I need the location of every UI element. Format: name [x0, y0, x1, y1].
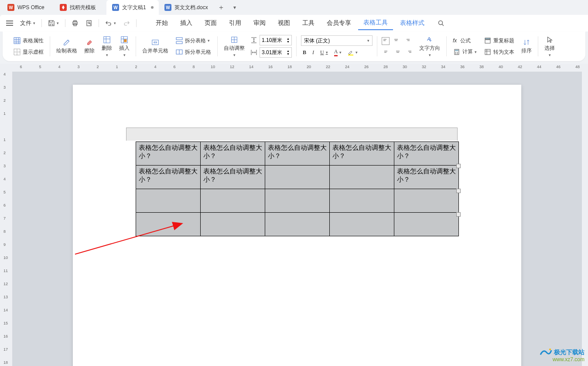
search-button[interactable] [431, 20, 451, 27]
table-cell[interactable]: 表格怎么自动调整大小？ [394, 166, 459, 189]
stepper-up-icon[interactable]: ▲ [287, 37, 290, 40]
document-page[interactable]: 表格怎么自动调整大小？表格怎么自动调整大小？表格怎么自动调整大小？表格怎么自动调… [73, 85, 521, 366]
table-cell[interactable] [330, 189, 394, 213]
merge-cell-button[interactable]: 合并单元格 [140, 38, 170, 55]
horizontal-ruler[interactable]: 6543212468101214161820222426283032343638… [12, 64, 588, 72]
align-mid-center-button[interactable] [393, 48, 403, 55]
table-cell[interactable] [201, 189, 265, 213]
text-direction-button[interactable]: A 文字方向▾ [417, 35, 442, 58]
table-cell[interactable] [265, 189, 330, 213]
to-text-button[interactable]: 转为文本 [482, 47, 516, 57]
menu-start[interactable]: 开始 [150, 17, 173, 30]
select-button[interactable]: 选择 ▾ [543, 35, 557, 58]
col-width-input[interactable]: 3.01厘米▲▼ [260, 47, 292, 58]
document-scroll[interactable]: 表格怎么自动调整大小？表格怎么自动调整大小？表格怎么自动调整大小？表格怎么自动调… [12, 72, 582, 366]
formula-button[interactable]: fx fx 公式公式 [451, 36, 479, 45]
formula-label: fx [453, 38, 457, 44]
stepper-down-icon[interactable]: ▼ [287, 40, 290, 43]
table-cell[interactable] [136, 213, 201, 236]
stepper-down-icon[interactable]: ▼ [287, 52, 290, 55]
save-button[interactable]: ▾ [45, 18, 62, 28]
redo-button[interactable] [120, 18, 133, 28]
align-top-right-button[interactable] [403, 37, 412, 45]
tab-wps-office[interactable]: W WPS Office [2, 0, 54, 15]
menu-table-tools[interactable]: 表格工具 [358, 16, 393, 30]
delete-button[interactable]: 删除▾ [100, 35, 114, 58]
insert-icon [120, 36, 128, 44]
auto-adjust-label: 自动调整 [224, 45, 245, 52]
stepper-up-icon[interactable]: ▲ [287, 49, 290, 52]
tab-doc1[interactable]: W 文字文稿1 [106, 0, 159, 15]
table-cell[interactable]: 表格怎么自动调整大小？ [394, 142, 459, 166]
selection-handle[interactable] [456, 189, 461, 193]
row-height-icon [250, 36, 258, 44]
align-mid-left-button[interactable] [382, 48, 391, 55]
table-cell[interactable]: 表格怎么自动调整大小？ [330, 142, 394, 166]
table-cell[interactable] [394, 213, 459, 236]
table-cell[interactable] [265, 166, 330, 189]
menu-table-style[interactable]: 表格样式 [395, 17, 430, 30]
table-cell[interactable]: 表格怎么自动调整大小？ [136, 166, 201, 189]
selection-handle[interactable] [456, 212, 461, 217]
table-cell[interactable] [201, 213, 265, 236]
sort-button[interactable]: 排序 [520, 38, 533, 55]
watermark-url: www.xz7.com [539, 356, 585, 363]
split-table-button[interactable]: 拆分表格 ▾ [174, 36, 213, 45]
menu-page[interactable]: 页面 [199, 17, 222, 30]
menu-reference[interactable]: 引用 [224, 17, 246, 30]
table-row[interactable] [136, 213, 459, 236]
eraser-button[interactable]: 擦除 [82, 38, 96, 55]
file-menu[interactable]: 文件 ▾ [17, 17, 38, 29]
table-row[interactable]: 表格怎么自动调整大小？表格怎么自动调整大小？表格怎么自动调整大小？ [136, 166, 459, 189]
show-grid-button[interactable]: 显示虚框 [11, 47, 45, 57]
tab-menu-button[interactable]: ▾ [229, 4, 240, 10]
tab-daoke-template[interactable]: 找稻壳模板 [54, 0, 106, 15]
document-table[interactable]: 表格怎么自动调整大小？表格怎么自动调整大小？表格怎么自动调整大小？表格怎么自动调… [136, 142, 459, 236]
table-cell[interactable]: 表格怎么自动调整大小？ [265, 142, 330, 166]
split-cell-button[interactable]: 拆分单元格 [174, 47, 213, 57]
table-cell[interactable] [394, 189, 459, 213]
vertical-scrollbar[interactable] [582, 72, 588, 366]
table-cell[interactable] [330, 166, 394, 189]
underline-button[interactable]: U ▾ [318, 48, 330, 57]
table-cell[interactable]: 表格怎么自动调整大小？ [201, 166, 265, 189]
hamburger-menu[interactable] [3, 19, 16, 28]
vertical-ruler[interactable]: 4321123456789101112131415161718 [0, 72, 12, 366]
print-preview-button[interactable] [83, 18, 95, 28]
insert-button[interactable]: 插入▾ [117, 35, 131, 58]
font-family-select[interactable]: 宋体 (正文) ▾ [301, 35, 373, 46]
align-top-center-button[interactable] [391, 37, 401, 45]
watermark-logo-icon [539, 348, 552, 356]
align-top-left-button[interactable] [382, 37, 390, 45]
table-cell[interactable]: 表格怎么自动调整大小？ [201, 142, 265, 166]
chevron-down-icon: ▾ [106, 53, 108, 57]
align-mid-right-button[interactable] [404, 48, 414, 55]
table-properties-button[interactable]: 表格属性 [11, 36, 45, 45]
tab-doc2[interactable]: W 英文文档.docx [159, 0, 213, 15]
selection-handle[interactable] [456, 164, 461, 168]
undo-button[interactable]: ▾ [103, 18, 119, 28]
draw-table-button[interactable]: 绘制表格 [55, 38, 79, 55]
table-row[interactable] [136, 189, 459, 213]
highlight-button[interactable]: ▾ [346, 48, 359, 57]
row-height-input[interactable]: 1.10厘米▲▼ [260, 35, 292, 45]
table-cell[interactable]: 表格怎么自动调整大小？ [136, 142, 201, 166]
svg-point-27 [455, 52, 456, 53]
italic-button[interactable]: I [311, 48, 316, 57]
calculate-button[interactable]: 计算 ▾ [451, 47, 479, 57]
auto-adjust-button[interactable]: 自动调整▾ [222, 35, 246, 58]
new-tab-button[interactable]: ＋ [213, 3, 229, 12]
font-color-button[interactable]: A ▾ [332, 48, 344, 57]
menu-review[interactable]: 审阅 [248, 17, 271, 30]
repeat-header-button[interactable]: 重复标题 [482, 36, 516, 45]
menu-member[interactable]: 会员专享 [321, 17, 356, 30]
bold-button[interactable]: B [301, 48, 308, 57]
menu-view[interactable]: 视图 [273, 17, 295, 30]
table-cell[interactable] [330, 213, 394, 236]
table-row[interactable]: 表格怎么自动调整大小？表格怎么自动调整大小？表格怎么自动调整大小？表格怎么自动调… [136, 142, 459, 166]
menu-insert[interactable]: 插入 [175, 17, 198, 30]
table-cell[interactable] [136, 189, 201, 213]
table-cell[interactable] [265, 213, 330, 236]
print-button[interactable] [69, 18, 81, 28]
menu-tools[interactable]: 工具 [297, 17, 320, 30]
